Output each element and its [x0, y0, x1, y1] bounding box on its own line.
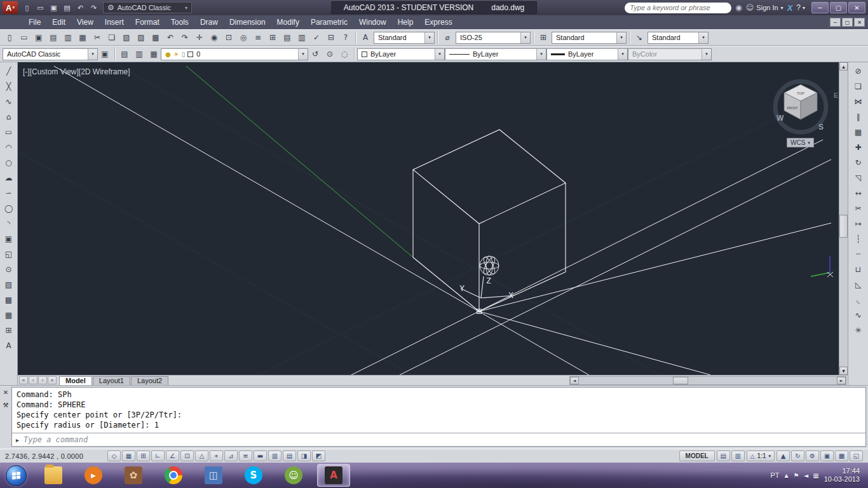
arc-icon[interactable]: ◠ [1, 140, 17, 154]
break-at-point-icon[interactable]: ┆ [851, 232, 866, 246]
menu-item-5[interactable]: Tools [165, 16, 194, 29]
grid-toggle[interactable]: ⊞ [137, 451, 150, 461]
table-icon[interactable]: ⊞ [1, 323, 17, 337]
save-icon[interactable]: ▣ [48, 3, 60, 13]
qp-toggle[interactable]: ▤ [283, 451, 296, 461]
break-icon[interactable]: ┄ [851, 247, 866, 261]
revision-cloud-icon[interactable]: ☁ [1, 171, 17, 185]
layer-states-icon[interactable]: ▥ [132, 48, 146, 60]
new-icon[interactable]: ▯ [3, 31, 17, 44]
paste-icon[interactable]: ▧ [119, 31, 133, 44]
zoom-previous-icon[interactable]: ◎ [236, 31, 250, 44]
workspace-switch-dropdown[interactable]: AutoCAD Classic▾ [3, 48, 98, 60]
performance-icon[interactable]: ▩ [835, 451, 848, 461]
trim-icon[interactable]: ✂ [851, 201, 866, 215]
mleader-style-dropdown[interactable]: Standard▾ [648, 32, 709, 44]
blend-icon[interactable]: ∿ [851, 308, 866, 322]
next-tab-button[interactable]: › [38, 376, 47, 384]
menu-item-2[interactable]: View [71, 16, 99, 29]
exchange-apps-icon[interactable]: X [787, 3, 793, 13]
match-properties-icon[interactable]: ▨ [134, 31, 148, 44]
circle-icon[interactable]: ○ [1, 156, 17, 170]
chevron-down-icon[interactable]: ▾ [435, 49, 444, 60]
table-style-dropdown[interactable]: Standard▾ [552, 32, 627, 44]
zoom-realtime-icon[interactable]: ◉ [207, 31, 221, 44]
menu-item-8[interactable]: Modify [271, 16, 305, 29]
doc-restore-button[interactable]: ▢ [842, 18, 853, 27]
mtext-icon[interactable]: A [1, 339, 17, 353]
chevron-down-icon[interactable]: ▾ [618, 49, 627, 60]
undo-icon[interactable]: ↶ [74, 3, 86, 13]
close-command-icon[interactable]: ✕ [3, 389, 8, 396]
wireframe-sphere[interactable] [480, 255, 499, 275]
quickcalc-icon[interactable]: ⊟ [324, 31, 338, 44]
menu-item-7[interactable]: Dimension [224, 16, 271, 29]
menu-item-0[interactable]: File [23, 16, 46, 29]
explode-icon[interactable]: ✳ [851, 323, 866, 337]
tray-expand-icon[interactable]: ▲ [784, 473, 788, 478]
scroll-down-icon[interactable]: ▼ [839, 367, 848, 375]
volume-icon[interactable]: ◄ [804, 472, 809, 479]
prev-tab-button[interactable]: ‹ [29, 376, 37, 384]
copy-icon[interactable]: ❏ [851, 79, 866, 93]
taskbar-app-viewer[interactable]: ◫ [197, 464, 230, 487]
workspace-dropdown[interactable]: ⚙ AutoCAD Classic ▾ [103, 2, 192, 13]
copy-clip-icon[interactable]: ❏ [105, 31, 119, 44]
viewcube[interactable]: TOP FRONT W S E [775, 81, 838, 132]
taskbar-app-messenger[interactable]: ☺ [277, 464, 310, 487]
layer-filter-icon[interactable]: ▦ [147, 48, 161, 60]
menu-item-12[interactable]: Express [419, 16, 458, 29]
action-center-icon[interactable]: ⚑ [794, 472, 799, 479]
fillet-icon[interactable]: ◟ [851, 293, 866, 307]
designcenter-icon[interactable]: ⊞ [266, 31, 280, 44]
scroll-left-icon[interactable]: ◄ [570, 377, 579, 384]
tool-palettes-icon[interactable]: ▤ [280, 31, 294, 44]
ellipse-icon[interactable]: ◯ [1, 201, 17, 215]
start-button[interactable] [6, 465, 27, 486]
construction-line-icon[interactable]: ╳ [1, 79, 17, 93]
cut-icon[interactable]: ✂ [90, 31, 104, 44]
app-menu-button[interactable]: A▾ [3, 1, 18, 14]
chevron-down-icon[interactable]: ▾ [88, 49, 97, 60]
point-icon[interactable]: ⊙ [1, 262, 17, 276]
taskbar-app-chrome[interactable] [157, 464, 190, 487]
help-icon[interactable]: ? [339, 31, 353, 44]
block-editor-icon[interactable]: ▩ [149, 31, 163, 44]
chevron-down-icon[interactable]: ▾ [616, 32, 626, 43]
pan-icon[interactable]: ✛ [193, 31, 207, 44]
tab-Layout2[interactable]: Layout2 [131, 376, 168, 385]
chevron-down-icon[interactable]: ▾ [698, 32, 708, 43]
move-icon[interactable]: ✚ [851, 140, 866, 154]
zoom-window-icon[interactable]: ⊡ [222, 31, 236, 44]
otrack-toggle[interactable]: ⌖ [210, 451, 223, 461]
sc-toggle[interactable]: ◨ [297, 451, 311, 461]
mleader-style-icon[interactable]: ↘ [632, 31, 646, 44]
mirror-icon[interactable]: ⋈ [851, 95, 866, 109]
text-style-icon[interactable]: A [358, 31, 372, 44]
toolbar-lock-icon[interactable]: ▣ [820, 451, 834, 461]
maximize-button[interactable]: ▢ [830, 2, 847, 13]
drawing-canvas[interactable]: Y Z X TOP FRONT W [18, 62, 839, 375]
workspace-switch-icon[interactable]: ⚙ [806, 451, 819, 461]
open-file-icon[interactable]: ▭ [34, 3, 46, 13]
lineweight-dropdown[interactable]: ByLayer▾ [546, 48, 628, 60]
construction-lines[interactable] [54, 66, 831, 375]
horizontal-scroll-thumb[interactable] [673, 377, 688, 384]
scroll-up-icon[interactable]: ▲ [839, 62, 848, 71]
lwt-toggle[interactable]: ▬ [254, 451, 267, 461]
menu-item-1[interactable]: Edit [46, 16, 71, 29]
make-block-icon[interactable]: ◱ [1, 247, 17, 261]
snap-toggle[interactable]: ▦ [122, 451, 135, 461]
sign-in-button[interactable]: ☺ Sign In ▾ [746, 3, 783, 12]
array-icon[interactable]: ▦ [851, 125, 866, 139]
text-style-dropdown[interactable]: Standard▾ [374, 32, 435, 44]
menu-item-4[interactable]: Format [130, 16, 165, 29]
am-toggle[interactable]: ◩ [312, 451, 325, 461]
quick-view-layouts-icon[interactable]: ▤ [717, 451, 730, 461]
dim-style-dropdown[interactable]: ISO-25▾ [456, 32, 531, 44]
menu-item-11[interactable]: Help [392, 16, 419, 29]
plot-icon[interactable]: ▤ [61, 3, 73, 13]
viewport-controls-label[interactable]: [-][Custom View][2D Wireframe] [23, 67, 130, 76]
polar-toggle[interactable]: ∠ [166, 451, 179, 461]
drawing-viewport[interactable]: Y Z X TOP FRONT W [18, 62, 839, 375]
